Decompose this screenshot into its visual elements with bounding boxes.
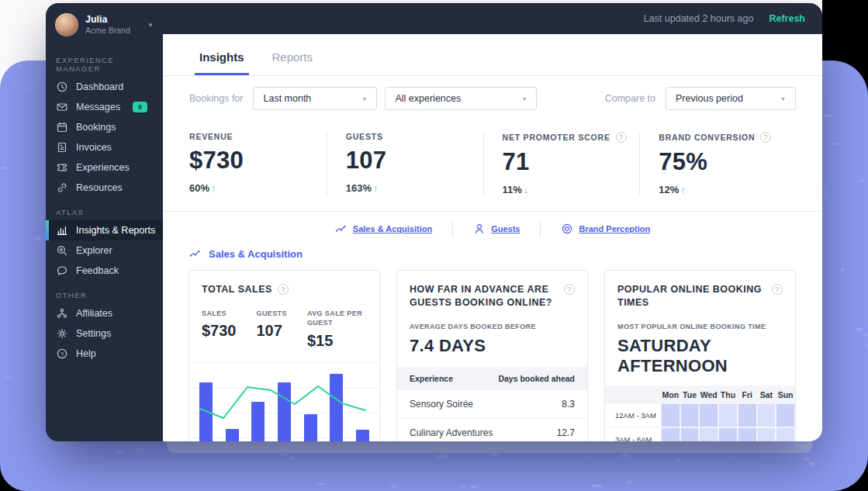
trend-line-icon: [189, 247, 202, 261]
account-switcher[interactable]: Julia Acme Brand ▼: [46, 3, 163, 46]
speckle: [1, 167, 7, 169]
sidebar-item-bookings[interactable]: Bookings: [46, 117, 163, 137]
help-icon[interactable]: ?: [278, 284, 289, 295]
total-sales-chart: [189, 362, 379, 441]
sidebar-item-invoices[interactable]: Invoices: [46, 137, 163, 157]
period-select[interactable]: Last month ▼: [253, 87, 377, 110]
speckle: [390, 483, 396, 487]
kpi-label: NET PROMOTER SCORE?: [503, 132, 640, 143]
sidebar-item-dashboard[interactable]: Dashboard: [46, 77, 163, 97]
heatmap-day-label: Mon: [661, 390, 680, 399]
envelope-icon: [56, 101, 68, 113]
compare-select[interactable]: Previous period ▼: [666, 87, 796, 110]
heatmap-day-label: Sun: [776, 390, 795, 399]
heatmap-cell[interactable]: [661, 403, 680, 427]
sidebar-item-affiliates[interactable]: Affiliates: [46, 303, 163, 323]
clock-icon: [56, 81, 68, 93]
table-row[interactable]: Culinary Adventures12.7: [397, 419, 587, 441]
network-icon: [56, 307, 68, 320]
chart-trend-line: [189, 363, 379, 441]
arrow-up-icon: ↑: [680, 184, 686, 195]
advance-booking-title-text: HOW FAR IN ADVANCE ARE GUESTS BOOKING ON…: [410, 283, 558, 309]
last-updated-text: Last updated 2 hours ago: [644, 13, 754, 24]
tab-reports[interactable]: Reports: [272, 50, 313, 75]
sidebar-nav: EXPERIENCE MANAGERDashboardMessages6Book…: [46, 46, 163, 364]
speckle: [763, 465, 766, 466]
heatmap-cell[interactable]: [699, 403, 718, 427]
stat-value: $730: [202, 322, 237, 340]
chevron-down-icon: ▼: [780, 96, 786, 102]
sidebar-item-label: Messages: [76, 102, 120, 112]
help-icon[interactable]: ?: [564, 284, 575, 295]
heatmap-cell[interactable]: [738, 403, 757, 427]
heatmap-day-label: Thu: [718, 390, 738, 399]
total-sales-card: TOTAL SALES ? SALES$730GUESTS107AVG SALE…: [188, 270, 380, 441]
sidebar-item-explorer[interactable]: Explorer: [46, 240, 163, 261]
advance-booking-title: HOW FAR IN ADVANCE ARE GUESTS BOOKING ON…: [397, 271, 587, 309]
heatmap-cell[interactable]: [776, 427, 795, 441]
person-icon: [473, 223, 486, 235]
sidebar-item-label: Help: [76, 348, 96, 359]
help-icon[interactable]: ?: [772, 284, 783, 295]
help-icon[interactable]: ?: [760, 132, 771, 143]
stat-label: SALES: [202, 309, 237, 319]
section-link-brand-perception[interactable]: Brand Perception: [541, 223, 670, 235]
heatmap-row: 12AM - 3AM: [605, 403, 795, 427]
stat-avg-sale-per-guest: AVG SALE PER GUEST$15: [307, 309, 367, 350]
table-header-cell: Experience: [410, 374, 453, 383]
heatmap-cell[interactable]: [661, 427, 680, 441]
booking-times-title-text: POPULAR ONLINE BOOKING TIMES: [617, 283, 766, 309]
speckle: [54, 486, 56, 488]
experiences-select[interactable]: All experiences ▼: [385, 87, 537, 110]
heatmap-day-label: Fri: [738, 390, 757, 399]
section-link-guests[interactable]: Guests: [453, 223, 540, 235]
sidebar-item-feedback[interactable]: Feedback: [46, 261, 163, 281]
kpi-guests: GUESTS107163%↑: [327, 132, 483, 195]
heatmap-cell[interactable]: [757, 427, 776, 441]
unread-count-badge: 6: [133, 102, 147, 112]
days-booked-value: 12.7: [557, 427, 575, 438]
speckle: [676, 459, 681, 463]
sidebar-item-help[interactable]: ?Help: [46, 344, 163, 364]
heatmap-cell[interactable]: [699, 427, 718, 441]
sidebar-item-insights-reports[interactable]: Insights & Reports: [46, 220, 163, 240]
heatmap-cell[interactable]: [718, 403, 738, 427]
sidebar-item-messages[interactable]: Messages6: [46, 97, 163, 117]
kpi-delta: 163%↑: [346, 182, 483, 194]
heatmap-row: 3AM - 6AM: [605, 427, 795, 441]
section-heading-label: Sales & Acquisition: [209, 248, 303, 260]
sidebar-item-label: Insights & Reports: [76, 225, 155, 236]
heatmap-cell[interactable]: [738, 427, 757, 441]
profile-org: Acme Brand: [85, 26, 130, 36]
sidebar-item-resources[interactable]: Resources: [46, 178, 163, 198]
heatmap-cell[interactable]: [680, 427, 700, 441]
speckle: [592, 485, 602, 486]
popular-time-value: SATURDAY AFTERNOON: [617, 336, 783, 376]
sidebar-item-label: Experiences: [76, 162, 130, 173]
kpi-label-text: NET PROMOTER SCORE: [503, 133, 610, 142]
kpi-delta-text: 11%: [503, 184, 522, 195]
heatmap-cell[interactable]: [680, 403, 700, 427]
booking-times-card: POPULAR ONLINE BOOKING TIMES ? MOST POPU…: [604, 270, 796, 441]
speckle: [859, 180, 865, 182]
help-icon[interactable]: ?: [616, 132, 627, 143]
section-link-sales-acquisition[interactable]: Sales & Acquisition: [315, 223, 452, 235]
link-icon: [56, 182, 68, 194]
heatmap-cell[interactable]: [776, 403, 795, 427]
sidebar-item-experiences[interactable]: Experiences: [46, 157, 163, 178]
kpi-delta-text: 12%: [659, 184, 679, 195]
table-row[interactable]: Sensory Soirée8.3: [397, 390, 587, 419]
stat-value: $15: [307, 332, 367, 350]
filter-bar: Bookings for Last month ▼ All experience…: [163, 76, 822, 121]
refresh-button[interactable]: Refresh: [769, 13, 805, 24]
kpi-value: 107: [346, 147, 483, 175]
sidebar-item-settings[interactable]: Settings: [46, 323, 163, 344]
section-link-label: Brand Perception: [579, 224, 650, 233]
speckle: [824, 115, 834, 116]
heatmap-cell[interactable]: [718, 427, 738, 441]
calendar-icon: [56, 121, 68, 133]
tab-insights[interactable]: Insights: [199, 50, 244, 75]
speckle: [317, 483, 326, 485]
table-header-row: ExperienceDays booked ahead: [397, 367, 587, 390]
heatmap-cell[interactable]: [757, 403, 776, 427]
